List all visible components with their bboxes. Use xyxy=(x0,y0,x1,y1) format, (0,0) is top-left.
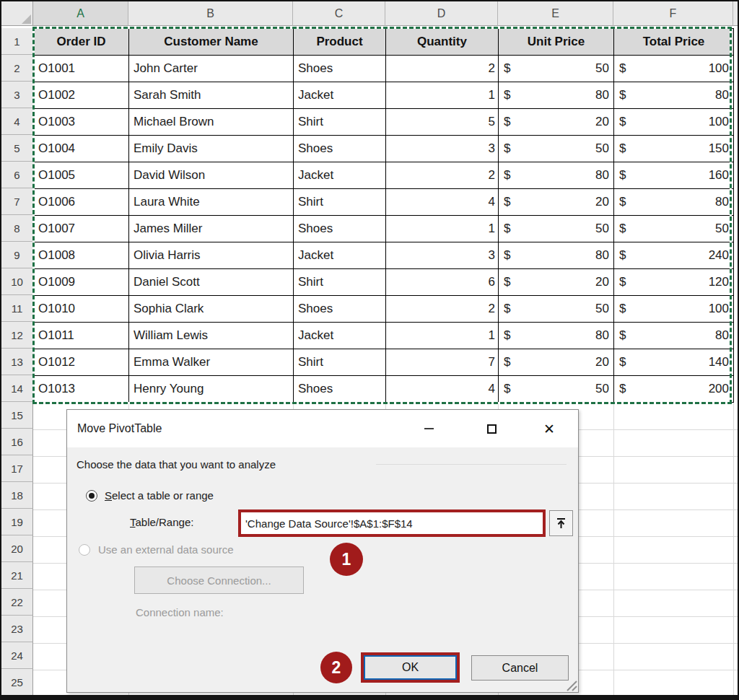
row-header-19[interactable]: 19 xyxy=(1,509,33,535)
column-header-D[interactable]: D xyxy=(385,1,498,26)
select-all-corner[interactable] xyxy=(1,1,33,26)
cell-B9[interactable]: Olivia Harris xyxy=(129,242,294,269)
cell-D7[interactable]: 4 xyxy=(386,189,499,216)
cell-A5[interactable]: O1004 xyxy=(34,136,129,162)
cell-A8[interactable]: O1007 xyxy=(34,216,129,242)
row-header-10[interactable]: 10 xyxy=(1,268,33,295)
row-header-23[interactable]: 23 xyxy=(1,616,33,642)
cell-E11[interactable]: $50 xyxy=(499,296,614,323)
cell-E14[interactable]: $50 xyxy=(499,376,614,403)
header-cell-quantity[interactable]: Quantity xyxy=(386,29,499,56)
cell-A13[interactable]: O1012 xyxy=(34,349,129,376)
close-button[interactable]: ✕ xyxy=(536,418,562,439)
row-header-9[interactable]: 9 xyxy=(1,242,33,268)
cell-E6[interactable]: $80 xyxy=(499,162,614,189)
column-header-F[interactable]: F xyxy=(613,1,733,26)
cell-D5[interactable]: 3 xyxy=(386,136,499,162)
row-header-25[interactable]: 25 xyxy=(1,669,33,696)
cell-F4[interactable]: $100 xyxy=(614,109,734,136)
cell-C2[interactable]: Shoes xyxy=(294,56,386,82)
radio-select-table-range-label[interactable]: Select a table or range xyxy=(105,489,214,502)
resize-grip[interactable] xyxy=(564,678,577,691)
row-header-2[interactable]: 2 xyxy=(1,55,33,82)
cell-A14[interactable]: O1013 xyxy=(34,376,129,403)
cell-E8[interactable]: $50 xyxy=(499,216,614,242)
cell-B5[interactable]: Emily Davis xyxy=(129,136,294,162)
row-header-11[interactable]: 11 xyxy=(1,295,33,322)
cell-F8[interactable]: $50 xyxy=(614,216,734,242)
row-header-18[interactable]: 18 xyxy=(1,482,33,509)
row-header-8[interactable]: 8 xyxy=(1,215,33,242)
radio-external-source[interactable] xyxy=(79,544,90,556)
row-header-7[interactable]: 7 xyxy=(1,188,33,215)
cell-B11[interactable]: Sophia Clark xyxy=(129,296,294,323)
cell-E13[interactable]: $20 xyxy=(499,349,614,376)
column-header-E[interactable]: E xyxy=(498,1,613,26)
row-header-15[interactable]: 15 xyxy=(1,402,33,429)
cell-F12[interactable]: $80 xyxy=(614,323,734,349)
row-header-16[interactable]: 16 xyxy=(1,429,33,455)
cell-D13[interactable]: 7 xyxy=(386,349,499,376)
header-cell-total-price[interactable]: Total Price xyxy=(614,29,734,56)
column-header-A[interactable]: A xyxy=(33,1,128,26)
choose-connection-button[interactable]: Choose Connection... xyxy=(134,566,304,594)
cell-E3[interactable]: $80 xyxy=(499,82,614,109)
cell-F10[interactable]: $120 xyxy=(614,269,734,296)
dialog-titlebar[interactable]: Move PivotTable ✕ xyxy=(67,410,578,447)
cell-D6[interactable]: 2 xyxy=(386,162,499,189)
cell-B14[interactable]: Henry Young xyxy=(129,376,294,403)
cell-A11[interactable]: O1010 xyxy=(34,296,129,323)
cell-B2[interactable]: John Carter xyxy=(129,56,294,82)
cell-B13[interactable]: Emma Walker xyxy=(129,349,294,376)
row-header-6[interactable]: 6 xyxy=(1,162,33,188)
cell-A7[interactable]: O1006 xyxy=(34,189,129,216)
header-cell-unit-price[interactable]: Unit Price xyxy=(499,29,614,56)
cell-D2[interactable]: 2 xyxy=(386,56,499,82)
cell-E9[interactable]: $80 xyxy=(499,242,614,269)
radio-select-table-range[interactable] xyxy=(86,490,97,502)
cell-D3[interactable]: 1 xyxy=(386,82,499,109)
cell-D14[interactable]: 4 xyxy=(386,376,499,403)
cell-F14[interactable]: $200 xyxy=(614,376,734,403)
radio-external-source-label[interactable]: Use an external data source xyxy=(98,543,234,556)
cell-D12[interactable]: 1 xyxy=(386,323,499,349)
cell-C14[interactable]: Shoes xyxy=(294,376,386,403)
cell-F6[interactable]: $160 xyxy=(614,162,734,189)
cell-A12[interactable]: O1011 xyxy=(34,323,129,349)
cell-C7[interactable]: Shirt xyxy=(294,189,386,216)
cell-A3[interactable]: O1002 xyxy=(34,82,129,109)
row-header-5[interactable]: 5 xyxy=(1,135,33,162)
row-header-13[interactable]: 13 xyxy=(1,349,33,375)
cell-E4[interactable]: $20 xyxy=(499,109,614,136)
row-header-12[interactable]: 12 xyxy=(1,322,33,349)
cell-C3[interactable]: Jacket xyxy=(294,82,386,109)
cell-D11[interactable]: 2 xyxy=(386,296,499,323)
cell-D8[interactable]: 1 xyxy=(386,216,499,242)
cell-B12[interactable]: William Lewis xyxy=(129,323,294,349)
cell-D4[interactable]: 5 xyxy=(386,109,499,136)
cell-B8[interactable]: James Miller xyxy=(129,216,294,242)
cell-A6[interactable]: O1005 xyxy=(34,162,129,189)
minimize-button[interactable] xyxy=(416,418,442,439)
cell-B4[interactable]: Michael Brown xyxy=(129,109,294,136)
cell-C10[interactable]: Shirt xyxy=(294,269,386,296)
cell-E2[interactable]: $50 xyxy=(499,56,614,82)
row-header-1[interactable]: 1 xyxy=(1,28,33,55)
cell-C13[interactable]: Shirt xyxy=(294,349,386,376)
ok-button[interactable]: OK xyxy=(364,655,457,680)
header-cell-order-id[interactable]: Order ID xyxy=(34,29,129,56)
header-cell-product[interactable]: Product xyxy=(294,29,386,56)
column-header-C[interactable]: C xyxy=(293,1,385,26)
cell-D10[interactable]: 6 xyxy=(386,269,499,296)
cell-C9[interactable]: Jacket xyxy=(294,242,386,269)
row-header-20[interactable]: 20 xyxy=(1,535,33,562)
cancel-button[interactable]: Cancel xyxy=(471,655,569,681)
cell-F7[interactable]: $80 xyxy=(614,189,734,216)
header-cell-customer-name[interactable]: Customer Name xyxy=(129,29,294,56)
cell-F13[interactable]: $140 xyxy=(614,349,734,376)
cell-B3[interactable]: Sarah Smith xyxy=(129,82,294,109)
cell-C4[interactable]: Shirt xyxy=(294,109,386,136)
cell-C12[interactable]: Jacket xyxy=(294,323,386,349)
cell-B10[interactable]: Daniel Scott xyxy=(129,269,294,296)
cell-C11[interactable]: Shoes xyxy=(294,296,386,323)
